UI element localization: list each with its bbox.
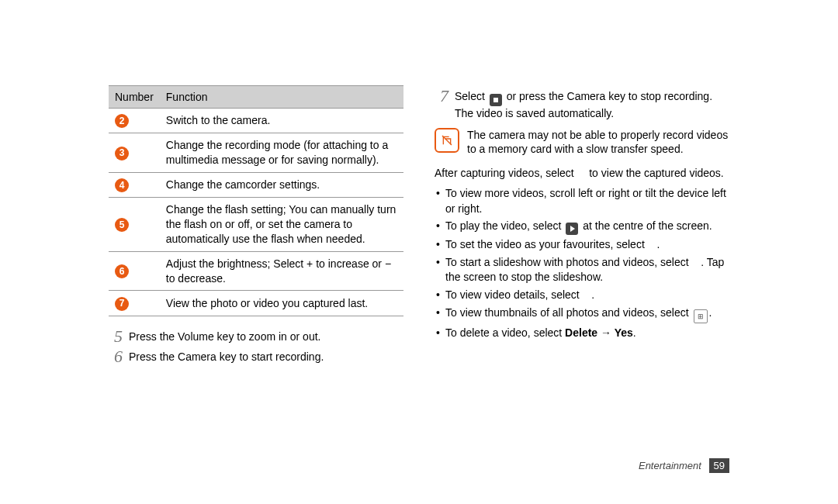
text: To view video details, select	[445, 288, 583, 301]
row-number: 5	[115, 218, 129, 232]
stop-icon	[490, 94, 502, 106]
after-capture-text: After capturing videos, select to view t…	[435, 166, 729, 181]
table-row: 6 Adjust the brightness; Select + to inc…	[109, 251, 403, 291]
function-table: Number Function 2 Switch to the camera. …	[109, 85, 403, 316]
list-item: To view more videos, scroll left or righ…	[435, 186, 729, 216]
bullet-list: To view more videos, scroll left or righ…	[435, 186, 729, 340]
list-item: To start a slideshow with photos and vid…	[435, 255, 729, 285]
section-name: Entertainment	[639, 460, 701, 471]
list-item: To set the video as your favourites, sel…	[435, 237, 729, 253]
col-function: Function	[160, 86, 403, 109]
row-number: 7	[115, 297, 129, 311]
text: to view the captured videos.	[586, 167, 723, 179]
text: at the centre of the screen.	[580, 219, 712, 232]
row-function: Change the flash setting; You can manual…	[160, 197, 403, 251]
text: .	[633, 326, 636, 339]
list-item: To view thumbnails of all photos and vid…	[435, 306, 729, 323]
table-row: 5 Change the flash setting; You can manu…	[109, 197, 403, 251]
text: or press the Camera key to stop recordin…	[504, 90, 712, 102]
table-row: 4 Change the camcorder settings.	[109, 172, 403, 197]
step-number: 6	[109, 347, 123, 366]
text: To start a slideshow with photos and vid…	[445, 256, 692, 268]
row-number: 4	[115, 178, 129, 192]
text: Select	[455, 90, 488, 102]
thumbnails-icon: ⊞	[694, 309, 708, 323]
delete-yes: Delete → Yes	[565, 326, 633, 339]
text: .	[591, 288, 594, 301]
text: To play the video, select	[445, 219, 564, 232]
row-function: Change the camcorder settings.	[160, 172, 403, 197]
text: To view thumbnails of all photos and vid…	[445, 306, 692, 319]
step-5: 5 Press the Volume key to zoom in or out…	[109, 327, 403, 346]
row-number: 2	[115, 114, 129, 128]
note-icon	[435, 128, 459, 153]
text: After capturing videos, select	[435, 167, 577, 179]
row-function: Change the recording mode (for attaching…	[160, 133, 403, 173]
text: The video is saved automatically.	[455, 107, 614, 119]
text: To delete a video, select	[445, 326, 565, 339]
play-icon	[566, 223, 578, 235]
row-number: 3	[115, 147, 129, 161]
text: To set the video as your favourites, sel…	[445, 238, 648, 250]
step-6: 6 Press the Camera key to start recordin…	[109, 347, 403, 366]
row-function: Switch to the camera.	[160, 109, 403, 133]
step-text: Select or press the Camera key to stop r…	[455, 87, 729, 122]
note: The camera may not be able to properly r…	[435, 128, 729, 157]
row-function: View the photo or video you captured las…	[160, 291, 403, 316]
step-7: 7 Select or press the Camera key to stop…	[435, 87, 729, 122]
step-number: 7	[435, 87, 448, 105]
col-number: Number	[109, 86, 160, 109]
list-item: To delete a video, select Delete → Yes.	[435, 326, 729, 341]
table-row: 7 View the photo or video you captured l…	[109, 291, 403, 316]
note-text: The camera may not be able to properly r…	[467, 128, 729, 157]
list-item: To play the video, select at the centre …	[435, 219, 729, 235]
table-row: 2 Switch to the camera.	[109, 109, 403, 133]
row-function: Adjust the brightness; Select + to incre…	[160, 251, 403, 291]
row-number: 6	[115, 264, 129, 278]
step-text: Press the Camera key to start recording.	[129, 347, 403, 365]
table-row: 3 Change the recording mode (for attachi…	[109, 133, 403, 173]
text: .	[656, 238, 660, 250]
page-footer: Entertainment 59	[639, 458, 729, 473]
step-text: Press the Volume key to zoom in or out.	[129, 327, 403, 345]
text: .	[709, 306, 712, 319]
list-item: To view video details, select .	[435, 288, 729, 303]
step-number: 5	[109, 327, 123, 346]
page-number: 59	[709, 458, 729, 473]
text: To view more videos, scroll left or righ…	[445, 187, 726, 215]
